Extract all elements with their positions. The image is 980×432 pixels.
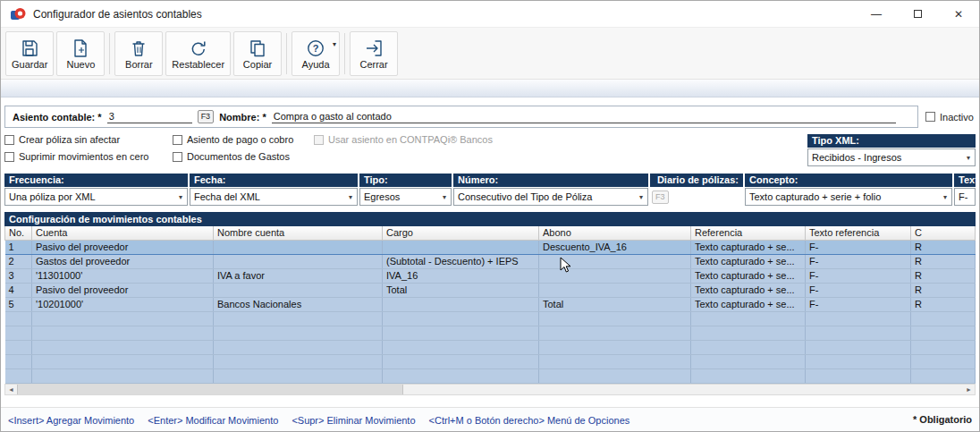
concepto-select[interactable]: Texto capturado + serie + folio ▾ [745,188,952,206]
tipo-select[interactable]: Egresos ▾ [359,188,452,206]
table-cell[interactable]: Bancos Nacionales [214,297,383,311]
table-cell[interactable]: R [911,240,976,254]
numero-select[interactable]: Consecutivo del Tipo de Póliza ▾ [453,188,648,206]
texto-concepto-select[interactable]: F- [954,188,976,206]
asiento-input[interactable]: 3 [107,111,192,123]
table-cell[interactable]: Total [539,297,691,311]
help-button[interactable]: ▾ ? Ayuda [291,31,340,76]
table-cell[interactable]: Texto capturado + se... [691,297,806,311]
column-header[interactable]: Cuenta [32,226,214,240]
tipo-xml-select[interactable]: Recibidos - Ingresos ▾ [807,148,976,166]
reset-button[interactable]: Restablecer [165,31,231,76]
inactivo-checkbox-box[interactable] [925,112,935,122]
table-cell[interactable]: Descuento_IVA_16 [539,240,691,254]
table-row[interactable]: 3'11301000'IVA a favorIVA_16 Texto captu… [5,268,976,283]
fecha-select[interactable]: Fecha del XML ▾ [190,188,358,206]
nombre-input[interactable]: Compra o gasto al contado [272,111,896,123]
table-cell[interactable]: IVA_16 [383,268,539,283]
window-title: Configurador de asientos contables [33,8,202,21]
horizontal-scrollbar[interactable]: ◄ ► [4,384,976,395]
table-cell[interactable]: '10201000' [32,297,214,311]
suprimir-movimientos-checkbox[interactable]: Suprimir movimientos en cero [4,151,173,162]
delete-button[interactable]: Borrar [114,31,163,76]
new-button[interactable]: Nuevo [56,31,105,76]
reset-icon [189,38,208,58]
column-header[interactable]: Nombre cuenta [214,226,383,240]
table-cell[interactable]: 1 [5,240,32,254]
empty-cell [383,368,539,383]
close-icon[interactable]: ✕ [938,1,979,27]
table-row[interactable]: 5'10201000'Bancos Nacionales TotalTexto … [5,297,976,311]
empty-cell [539,368,691,383]
table-cell[interactable]: Total [383,283,539,297]
table-cell[interactable] [539,283,691,297]
table-cell[interactable]: 3 [5,268,32,283]
table-cell[interactable]: F- [806,283,911,297]
table-cell[interactable]: R [911,297,976,311]
table-cell[interactable]: Texto capturado + se... [691,283,806,297]
scrollbar-track[interactable] [403,385,963,394]
table-cell[interactable]: Texto capturado + se... [691,254,806,268]
table-cell[interactable]: 4 [5,283,32,297]
table-cell[interactable]: F- [806,254,911,268]
table-cell[interactable] [383,297,539,311]
column-header[interactable]: C [911,226,976,240]
column-header[interactable]: Referencia [691,226,806,240]
table-cell[interactable] [539,254,691,268]
table-cell[interactable] [214,254,383,268]
table-row[interactable]: 1Pasivo del proveedor Descuento_IVA_16Te… [5,240,976,254]
titlebar: Configurador de asientos contables — ✕ [1,1,979,28]
table-cell[interactable]: F- [806,268,911,283]
empty-cell [383,311,539,326]
table-cell[interactable]: F- [806,297,911,311]
empty-cell [539,340,691,354]
table-cell[interactable]: Pasivo del proveedor [32,283,214,297]
column-header[interactable]: Cargo [383,226,539,240]
close-window-button[interactable]: Cerrar [350,31,398,76]
scroll-left-icon[interactable]: ◄ [5,385,17,394]
usar-bancos-checkbox: Usar asiento en CONTPAQi® Bancos [314,134,493,145]
maximize-icon[interactable] [897,1,938,27]
asiento-f3-button[interactable]: F3 [198,110,215,123]
table-row[interactable]: 2Gastos del proveedor (Subtotal - Descue… [5,254,976,268]
column-header[interactable]: Abono [539,226,691,240]
scroll-right-icon[interactable]: ► [963,385,975,394]
documentos-gastos-checkbox[interactable]: Documentos de Gastos [173,151,314,162]
empty-cell [911,354,976,368]
table-cell[interactable]: R [911,268,976,283]
table-cell[interactable]: (Subtotal - Descuento) + IEPS [383,254,539,268]
table-cell[interactable]: R [911,254,976,268]
empty-row [5,368,976,383]
table-cell[interactable]: Gastos del proveedor [32,254,214,268]
scrollbar-thumb[interactable] [17,385,403,394]
table-cell[interactable]: F- [806,240,911,254]
table-cell[interactable]: 2 [5,254,32,268]
table-cell[interactable] [383,240,539,254]
column-header[interactable]: Texto referencia [806,226,911,240]
table-cell[interactable]: '11301000' [32,268,214,283]
minimize-icon[interactable]: — [856,1,897,27]
table-cell[interactable] [539,268,691,283]
save-button[interactable]: Guardar [5,31,54,76]
empty-cell [214,354,383,368]
table-cell[interactable]: Texto capturado + se... [691,240,806,254]
inactivo-label: Inactivo [940,112,974,123]
table-cell[interactable]: Pasivo del proveedor [32,240,214,254]
fecha-label: Fecha: [190,174,358,187]
table-cell[interactable]: 5 [5,297,32,311]
table-row[interactable]: 4Pasivo del proveedor Total Texto captur… [5,283,976,297]
frecuencia-select[interactable]: Una póliza por XML ▾ [4,188,188,206]
table-cell[interactable]: IVA a favor [214,268,383,283]
status-hint: <Insert> Agregar Movimiento [8,415,134,426]
table-cell[interactable] [214,240,383,254]
column-header[interactable]: No. [5,226,32,240]
table-cell[interactable]: R [911,283,976,297]
copy-button[interactable]: Copiar [233,31,282,76]
table-cell[interactable]: Texto capturado + se... [691,268,806,283]
asiento-pago-checkbox[interactable]: Asiento de pago o cobro [173,134,314,145]
toolbar-separator [109,33,110,74]
crear-poliza-checkbox[interactable]: Crear póliza sin afectar [4,134,173,145]
help-dropdown-icon[interactable]: ▾ [333,40,336,48]
inactivo-checkbox[interactable]: Inactivo [918,112,976,123]
table-cell[interactable] [214,283,383,297]
